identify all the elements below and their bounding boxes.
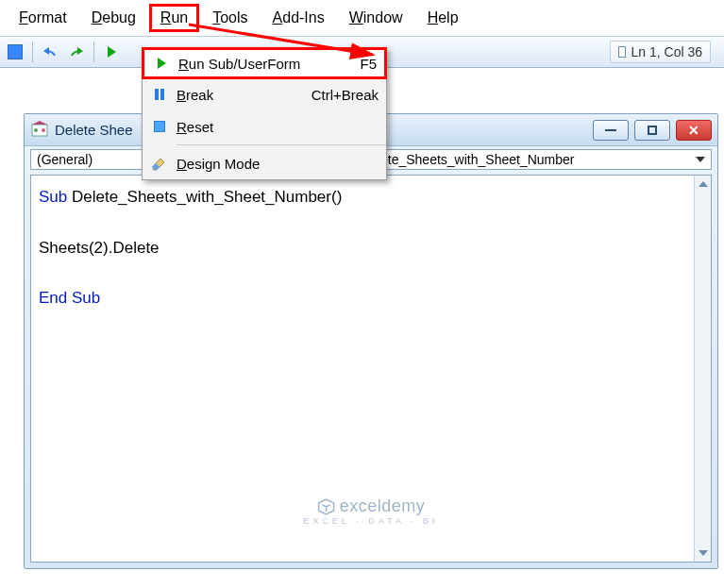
chevron-down-icon bbox=[696, 157, 705, 162]
minimize-icon bbox=[605, 129, 616, 131]
status-box-icon bbox=[618, 46, 626, 58]
menu-reset[interactable]: Reset bbox=[143, 110, 386, 143]
redo-button[interactable] bbox=[65, 41, 88, 63]
procedure-combo-value: ete_Sheets_with_Sheet_Number bbox=[380, 152, 574, 167]
run-button[interactable] bbox=[100, 41, 123, 63]
redo-icon bbox=[68, 44, 85, 59]
pause-icon bbox=[155, 89, 164, 100]
status-area: Ln 1, Col 36 bbox=[610, 41, 712, 63]
maximize-icon bbox=[648, 126, 657, 135]
svg-line-0 bbox=[189, 25, 373, 55]
watermark-icon bbox=[317, 497, 336, 516]
close-button[interactable]: ✕ bbox=[676, 120, 712, 141]
code-editor[interactable]: Sub Delete_Sheets_with_Sheet_Number() Sh… bbox=[30, 175, 712, 563]
cursor-position: Ln 1, Col 36 bbox=[631, 44, 703, 59]
annotation-arrow bbox=[189, 17, 396, 64]
object-combo-value: (General) bbox=[37, 152, 93, 167]
toolbar-btn-blue[interactable] bbox=[4, 41, 26, 63]
play-icon bbox=[108, 46, 116, 58]
watermark: exceldemy EXCEL · DATA · BI bbox=[304, 496, 439, 526]
svg-point-4 bbox=[42, 128, 45, 132]
design-icon bbox=[143, 155, 177, 172]
maximize-button[interactable] bbox=[634, 120, 670, 141]
undo-button[interactable] bbox=[39, 41, 61, 63]
undo-icon bbox=[42, 44, 59, 59]
menu-debug[interactable]: Debug bbox=[80, 4, 147, 32]
menu-separator bbox=[177, 144, 386, 145]
stop-icon bbox=[154, 121, 165, 132]
separator bbox=[32, 42, 33, 62]
minimize-button[interactable] bbox=[593, 120, 629, 141]
scroll-down-icon bbox=[699, 550, 708, 556]
play-icon bbox=[158, 58, 166, 69]
module-icon bbox=[30, 121, 49, 140]
menu-format[interactable]: Format bbox=[8, 4, 78, 32]
vertical-scrollbar[interactable] bbox=[694, 176, 711, 562]
menu-help[interactable]: Help bbox=[416, 4, 470, 32]
code-text: Sub Delete_Sheets_with_Sheet_Number() Sh… bbox=[39, 185, 703, 312]
svg-point-3 bbox=[34, 128, 38, 132]
menu-break[interactable]: BreakCtrl+Break bbox=[143, 78, 386, 110]
procedure-combo[interactable]: ete_Sheets_with_Sheet_Number bbox=[374, 149, 712, 170]
separator bbox=[93, 42, 94, 62]
close-icon: ✕ bbox=[688, 123, 699, 138]
scroll-up-icon bbox=[699, 181, 708, 187]
run-dropdown: Run Sub/UserFormF5 BreakCtrl+Break Reset… bbox=[142, 47, 387, 180]
menu-design-mode[interactable]: Design Mode bbox=[143, 147, 386, 179]
code-window: Delete Shee ✕ (General) ete_Sheets_with_… bbox=[24, 113, 718, 569]
